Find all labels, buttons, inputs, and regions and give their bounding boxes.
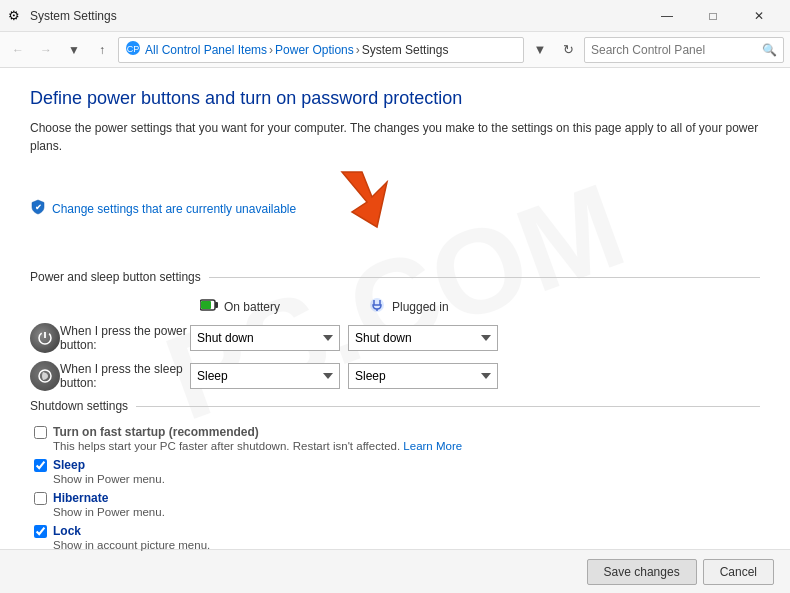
shield-icon: ✔ xyxy=(30,199,46,218)
svg-text:✔: ✔ xyxy=(35,203,42,212)
hibernate-content: Hibernate Show in Power menu. xyxy=(53,491,165,518)
lock-content: Lock Show in account picture menu. xyxy=(53,524,210,551)
up-button[interactable]: ↑ xyxy=(90,38,114,62)
shutdown-settings-header: Shutdown settings xyxy=(30,399,760,413)
sleep-button-plugged-select[interactable]: Sleep Do nothing Hibernate Shut down Tur… xyxy=(348,363,498,389)
back-button[interactable]: ← xyxy=(6,38,30,62)
page-title: Define power buttons and turn on passwor… xyxy=(30,88,760,109)
window-controls: — □ ✕ xyxy=(644,0,782,32)
fast-startup-row: Turn on fast startup (recommended) This … xyxy=(30,425,760,452)
hibernate-desc: Show in Power menu. xyxy=(53,506,165,518)
change-settings-link[interactable]: Change settings that are currently unava… xyxy=(52,202,296,216)
close-button[interactable]: ✕ xyxy=(736,0,782,32)
power-button-row: When I press the power button: Shut down… xyxy=(30,323,760,353)
breadcrumb-sep-2: › xyxy=(356,43,360,57)
power-button-battery-select[interactable]: Shut down Do nothing Sleep Hibernate Tur… xyxy=(190,325,340,351)
power-button-plugged-select[interactable]: Shut down Do nothing Sleep Hibernate Tur… xyxy=(348,325,498,351)
svg-marker-3 xyxy=(342,172,387,227)
title-bar: ⚙ System Settings — □ ✕ xyxy=(0,0,790,32)
svg-rect-6 xyxy=(201,301,211,309)
cancel-button[interactable]: Cancel xyxy=(703,559,774,585)
sleep-button-row: When I press the sleep button: Sleep Do … xyxy=(30,361,760,391)
battery-icon xyxy=(200,298,218,315)
battery-col-header: On battery xyxy=(200,296,360,317)
power-button-label: When I press the power button: xyxy=(60,324,190,352)
svg-text:CP: CP xyxy=(127,44,140,54)
sleep-button-label: When I press the sleep button: xyxy=(60,362,190,390)
sleep-title: Sleep xyxy=(53,458,165,472)
maximize-button[interactable]: □ xyxy=(690,0,736,32)
fast-startup-content: Turn on fast startup (recommended) This … xyxy=(53,425,462,452)
arrow-annotation xyxy=(332,167,422,250)
lock-desc: Show in account picture menu. xyxy=(53,539,210,551)
recent-pages-button[interactable]: ▼ xyxy=(62,38,86,62)
hibernate-row: Hibernate Show in Power menu. xyxy=(30,491,760,518)
sleep-button-icon xyxy=(30,361,60,391)
main-content: PS.COM Define power buttons and turn on … xyxy=(0,68,790,593)
plugged-col-header: Plugged in xyxy=(368,296,528,317)
lock-row: Lock Show in account picture menu. xyxy=(30,524,760,551)
fast-startup-checkbox[interactable] xyxy=(34,426,47,439)
shutdown-settings-section: Shutdown settings Turn on fast startup (… xyxy=(30,399,760,551)
lock-checkbox[interactable] xyxy=(34,525,47,538)
breadcrumb-power-options[interactable]: Power Options xyxy=(275,43,354,57)
search-input[interactable] xyxy=(591,43,762,57)
sleep-row: Sleep Show in Power menu. xyxy=(30,458,760,485)
page-description: Choose the power settings that you want … xyxy=(30,119,760,155)
content-wrapper: Define power buttons and turn on passwor… xyxy=(30,88,760,551)
fast-startup-desc: This helps start your PC faster after sh… xyxy=(53,440,462,452)
sleep-desc: Show in Power menu. xyxy=(53,473,165,485)
breadcrumb-all-control-panel[interactable]: All Control Panel Items xyxy=(145,43,267,57)
power-settings-label: Power and sleep button settings xyxy=(30,270,201,284)
plug-icon xyxy=(368,296,386,317)
forward-button[interactable]: → xyxy=(34,38,58,62)
refresh-button[interactable]: ↻ xyxy=(556,38,580,62)
breadcrumb-system-settings: System Settings xyxy=(362,43,449,57)
bottom-bar: Save changes Cancel xyxy=(0,549,790,593)
search-icon: 🔍 xyxy=(762,43,777,57)
hibernate-title: Hibernate xyxy=(53,491,165,505)
sleep-button-battery-select[interactable]: Sleep Do nothing Hibernate Shut down Tur… xyxy=(190,363,340,389)
dropdown-history-button[interactable]: ▼ xyxy=(528,38,552,62)
power-settings-col-headers: On battery Plugged in xyxy=(30,296,760,317)
search-box: 🔍 xyxy=(584,37,784,63)
arrow-svg xyxy=(332,167,422,247)
controlpanel-icon: CP xyxy=(125,40,141,59)
minimize-button[interactable]: — xyxy=(644,0,690,32)
save-changes-button[interactable]: Save changes xyxy=(587,559,697,585)
learn-more-link[interactable]: Learn More xyxy=(403,440,462,452)
hibernate-checkbox[interactable] xyxy=(34,492,47,505)
shutdown-settings-label: Shutdown settings xyxy=(30,399,128,413)
address-bar: ← → ▼ ↑ CP All Control Panel Items › Pow… xyxy=(0,32,790,68)
change-settings-section: ✔ Change settings that are currently una… xyxy=(30,167,760,250)
breadcrumb-sep-1: › xyxy=(269,43,273,57)
power-button-icon xyxy=(30,323,60,353)
breadcrumb: CP All Control Panel Items › Power Optio… xyxy=(118,37,524,63)
power-settings-section-header: Power and sleep button settings xyxy=(30,270,760,284)
window-icon: ⚙ xyxy=(8,8,24,24)
sleep-checkbox[interactable] xyxy=(34,459,47,472)
window-title: System Settings xyxy=(30,9,644,23)
sleep-content: Sleep Show in Power menu. xyxy=(53,458,165,485)
lock-title: Lock xyxy=(53,524,210,538)
svg-rect-5 xyxy=(215,302,218,308)
fast-startup-title: Turn on fast startup (recommended) xyxy=(53,425,462,439)
